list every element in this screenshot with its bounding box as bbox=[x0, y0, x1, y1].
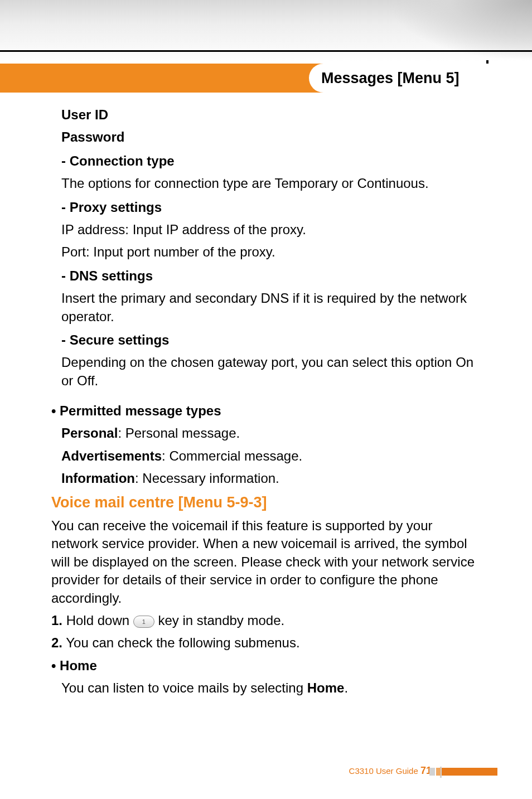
secure-heading: - Secure settings bbox=[61, 331, 477, 349]
home-text-a: You can listen to voice mails by selecti… bbox=[61, 680, 307, 695]
home-text-c: . bbox=[344, 680, 348, 695]
footer-orange-bar bbox=[442, 768, 497, 776]
proxy-heading: - Proxy settings bbox=[61, 198, 477, 216]
dns-text: Insert the primary and secondary DNS if … bbox=[61, 289, 477, 326]
step2-text: You can check the following submenus. bbox=[66, 635, 299, 650]
home-heading: • Home bbox=[51, 657, 477, 675]
keycap-1-icon: 1 bbox=[133, 616, 154, 628]
header-orange-band: Messages [Menu 5] bbox=[0, 64, 532, 93]
permitted-info: Information: Necessary information. bbox=[61, 469, 477, 487]
permitted-personal-text: : Personal message. bbox=[118, 425, 240, 440]
step1-number: 1. bbox=[51, 613, 62, 628]
user-id-label: User ID bbox=[61, 106, 477, 124]
step1-text-a: Hold down bbox=[66, 613, 133, 628]
footer-text: C3310 User Guide 71 bbox=[349, 765, 432, 777]
connection-type-heading: - Connection type bbox=[61, 152, 477, 170]
password-label: Password bbox=[61, 128, 477, 146]
voice-mail-heading: Voice mail centre [Menu 5-9-3] bbox=[51, 492, 477, 512]
proxy-port-text: Port: Input port number of the proxy. bbox=[61, 243, 477, 261]
secure-text: Depending on the chosen gateway port, yo… bbox=[61, 354, 477, 390]
dns-heading: - DNS settings bbox=[61, 267, 477, 285]
permitted-ads-label: Advertisements bbox=[61, 448, 162, 463]
home-text-bold: Home bbox=[307, 680, 345, 695]
section-title: Messages [Menu 5] bbox=[321, 70, 460, 87]
permitted-heading: • Permitted message types bbox=[51, 402, 477, 420]
permitted-ads-text: : Commercial message. bbox=[162, 448, 302, 463]
permitted-info-label: Information bbox=[61, 471, 135, 486]
voice-step-2: 2. You can check the following submenus. bbox=[51, 634, 477, 652]
step2-number: 2. bbox=[51, 635, 62, 650]
permitted-info-text: : Necessary information. bbox=[135, 471, 279, 486]
header-rule bbox=[0, 50, 532, 52]
footer-guide-label: C3310 User Guide bbox=[349, 766, 418, 776]
header-title-pill: Messages [Menu 5] bbox=[309, 64, 532, 93]
permitted-personal-label: Personal bbox=[61, 425, 118, 440]
permitted-personal: Personal: Personal message. bbox=[61, 424, 477, 442]
step1-text-b: key in standby mode. bbox=[158, 613, 284, 628]
page-footer: C3310 User Guide 71 bbox=[0, 760, 532, 777]
home-text: You can listen to voice mails by selecti… bbox=[61, 679, 477, 697]
proxy-ip-text: IP address: Input IP address of the prox… bbox=[61, 221, 477, 239]
connection-type-text: The options for connection type are Temp… bbox=[61, 175, 477, 192]
permitted-ads: Advertisements: Commercial message. bbox=[61, 447, 477, 465]
page-content: User ID Password - Connection type The o… bbox=[61, 106, 477, 702]
voice-step-1: 1. Hold down 1 key in standby mode. bbox=[51, 612, 477, 629]
section-header-bar: Messages [Menu 5] bbox=[0, 50, 532, 94]
voice-mail-intro: You can receive the voicemail if this fe… bbox=[51, 517, 477, 607]
